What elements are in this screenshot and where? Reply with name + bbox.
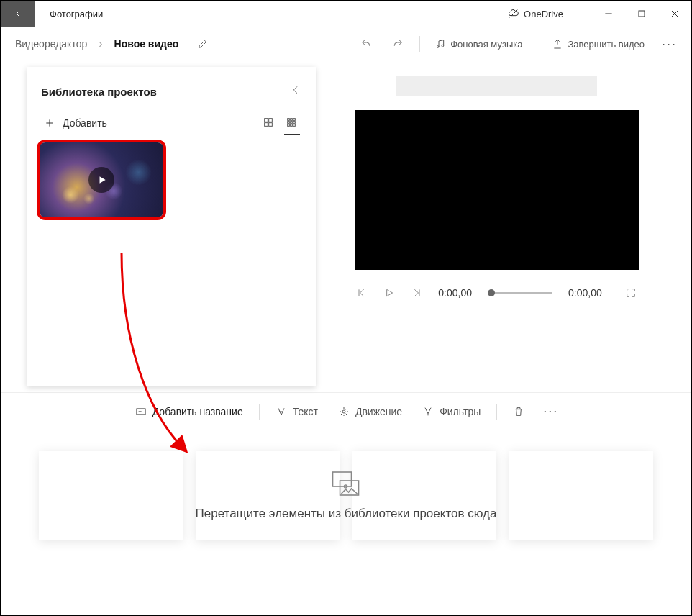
pencil-icon (197, 38, 209, 50)
svg-point-15 (342, 410, 345, 413)
svg-rect-0 (639, 11, 645, 17)
title-card-icon (135, 406, 147, 417)
play-overlay (88, 167, 114, 193)
plus-icon (44, 117, 55, 129)
filters-icon (422, 406, 434, 417)
filters-button[interactable]: Фильтры (414, 402, 489, 422)
top-toolbar: Видеоредактор › Новое видео Фоновая музы… (1, 27, 691, 61)
player-controls: 0:00,00 0:00,00 (337, 287, 655, 299)
library-panel: Библиотека проектов Добавить (27, 67, 316, 386)
app-title: Фотографии (50, 9, 103, 19)
redo-button[interactable] (383, 30, 412, 58)
svg-rect-6 (291, 119, 293, 121)
storyboard-drop-row[interactable]: Перетащите элементы из библиотеки проект… (1, 451, 691, 540)
step-forward-icon (411, 287, 422, 299)
svg-rect-10 (293, 122, 296, 124)
storyboard-toolbar: Добавить название Текст Движение Фильтры… (1, 392, 691, 430)
separator (419, 36, 420, 52)
filters-label: Фильтры (440, 406, 481, 417)
chevron-left-icon (290, 84, 301, 96)
fullscreen-icon (625, 287, 637, 299)
add-button[interactable]: Добавить (44, 117, 107, 129)
breadcrumb-editor[interactable]: Видеоредактор (8, 34, 94, 54)
more-icon: ··· (543, 404, 558, 418)
timeline-slider[interactable] (488, 292, 552, 294)
maximize-button[interactable] (625, 1, 658, 27)
play-icon (383, 287, 395, 299)
background-music-label: Фоновая музыка (450, 39, 522, 50)
play-icon (97, 175, 107, 185)
export-icon (552, 38, 563, 50)
storyboard-more-button[interactable]: ··· (536, 404, 565, 419)
grid-small-icon (286, 117, 297, 128)
storyboard-slot[interactable] (39, 451, 183, 540)
library-item[interactable] (37, 140, 166, 220)
storyboard-slot[interactable] (352, 451, 496, 540)
back-button[interactable] (1, 1, 35, 27)
motion-label: Движение (355, 406, 402, 417)
storyboard-slot[interactable] (509, 451, 653, 540)
separator (496, 404, 497, 420)
video-title-placeholder[interactable] (396, 76, 597, 96)
next-frame-button[interactable] (411, 287, 422, 299)
motion-icon (338, 406, 350, 417)
svg-rect-9 (291, 122, 293, 124)
minimize-button[interactable] (592, 1, 625, 27)
svg-rect-1 (265, 119, 268, 122)
add-title-label: Добавить название (152, 406, 243, 417)
storyboard: Перетащите элементы из библиотеки проект… (1, 451, 691, 616)
text-label: Текст (293, 406, 318, 417)
music-icon (434, 38, 446, 50)
svg-rect-4 (269, 123, 273, 127)
onedrive-label: OneDrive (524, 9, 563, 19)
svg-rect-2 (269, 119, 273, 122)
chevron-right-icon: › (99, 37, 102, 50)
text-icon (276, 406, 287, 417)
grid-large-icon (263, 117, 274, 128)
svg-rect-3 (265, 123, 268, 127)
prev-frame-button[interactable] (356, 287, 368, 299)
video-preview[interactable] (355, 110, 639, 270)
svg-rect-8 (288, 122, 290, 124)
fullscreen-button[interactable] (625, 287, 637, 299)
separator (537, 36, 537, 52)
svg-rect-5 (288, 119, 290, 121)
arrow-left-icon (12, 8, 24, 19)
background-music-button[interactable]: Фоновая музыка (427, 34, 529, 54)
redo-icon (392, 38, 404, 50)
close-button[interactable] (658, 1, 691, 27)
close-icon (669, 8, 680, 19)
titlebar: Фотографии OneDrive (1, 1, 691, 27)
collapse-library-button[interactable] (290, 84, 301, 99)
delete-button[interactable] (504, 402, 533, 422)
time-total: 0:00,00 (568, 287, 602, 299)
more-icon: ··· (662, 37, 677, 51)
svg-rect-13 (293, 124, 296, 127)
preview-area: 0:00,00 0:00,00 (316, 61, 691, 392)
cloud-icon (508, 8, 519, 19)
add-label: Добавить (63, 117, 107, 129)
text-button[interactable]: Текст (267, 402, 327, 422)
rename-button[interactable] (188, 30, 217, 58)
play-button[interactable] (383, 287, 395, 299)
trash-icon (513, 406, 524, 417)
time-current: 0:00,00 (438, 287, 472, 299)
add-title-card-button[interactable]: Добавить название (127, 402, 252, 422)
minimize-icon (603, 8, 614, 19)
view-small-button[interactable] (286, 117, 299, 130)
svg-rect-12 (291, 124, 293, 127)
finish-video-button[interactable]: Завершить видео (545, 34, 652, 54)
motion-button[interactable]: Движение (329, 402, 411, 422)
view-large-button[interactable] (263, 117, 276, 130)
storyboard-slot[interactable] (196, 451, 340, 540)
onedrive-button[interactable]: OneDrive (508, 8, 563, 19)
window-controls (592, 1, 691, 27)
maximize-icon (636, 8, 647, 19)
undo-button[interactable] (352, 30, 381, 58)
main-area: Библиотека проектов Добавить (1, 61, 691, 392)
finish-video-label: Завершить видео (568, 39, 645, 50)
breadcrumb-current[interactable]: Новое видео (107, 34, 186, 54)
more-button[interactable]: ··· (655, 37, 684, 52)
svg-point-18 (345, 485, 347, 488)
step-back-icon (356, 287, 368, 299)
